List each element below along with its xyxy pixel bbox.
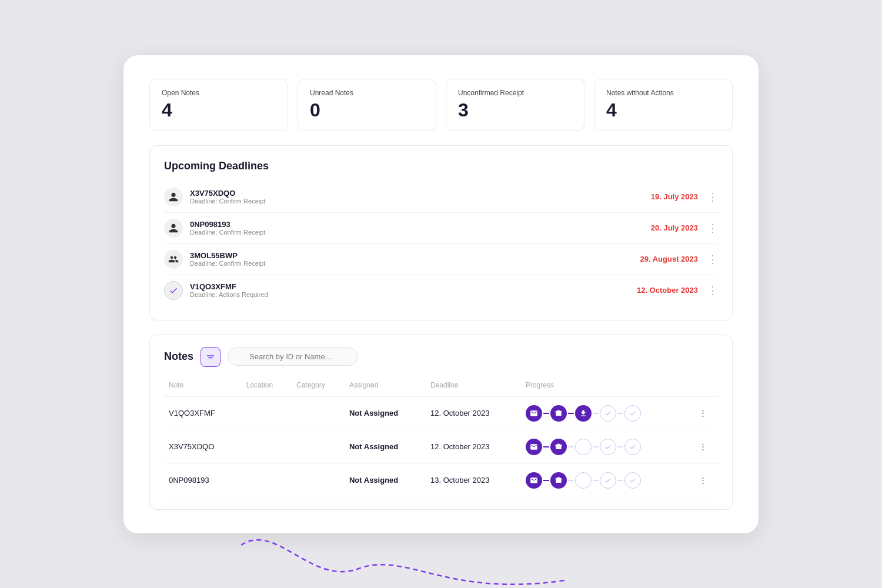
stat-no-actions-value: 4: [606, 99, 720, 121]
step-line: [593, 480, 599, 481]
stat-unread-notes-value: 0: [310, 99, 424, 121]
note-category: [292, 430, 345, 463]
notes-table: Note Location Category Assigned Deadline…: [164, 376, 718, 497]
note-id: X3V75XDQO: [164, 430, 242, 463]
step-4: [624, 472, 641, 489]
step-line: [568, 480, 574, 481]
deadline-id: 3MOL55BWP: [190, 251, 640, 260]
stat-unread-notes: Unread Notes 0: [298, 79, 436, 131]
col-progress: Progress: [521, 376, 694, 397]
stats-row: Open Notes 4 Unread Notes 0 Unconfirmed …: [149, 79, 733, 131]
col-deadline: Deadline: [426, 376, 521, 397]
stat-unconfirmed-value: 3: [458, 99, 572, 121]
step-3: [600, 405, 616, 422]
deadline-sub: Deadline: Confirm Receipt: [190, 229, 651, 236]
stat-unconfirmed-receipt: Unconfirmed Receipt 3: [446, 79, 584, 131]
step-line: [543, 413, 549, 414]
deadline-info: 3MOL55BWP Deadline: Confirm Receipt: [190, 251, 640, 267]
deadline-info: V1QO3XFMF Deadline: Actions Required: [190, 282, 637, 298]
step-line: [568, 446, 574, 447]
col-note: Note: [164, 376, 242, 397]
deadline-info: X3V75XDQO Deadline: Confirm Receipt: [190, 189, 651, 205]
deadline-more-menu[interactable]: ⋮: [707, 284, 718, 297]
filter-button[interactable]: [201, 347, 220, 367]
deadline-sub: Deadline: Actions Required: [190, 291, 637, 298]
deadline-row: V1QO3XFMF Deadline: Actions Required 12.…: [164, 275, 718, 306]
person-stack-icon: [164, 250, 183, 269]
check-icon: [164, 281, 183, 300]
deadline-row: 3MOL55BWP Deadline: Confirm Receipt 29. …: [164, 244, 718, 275]
note-more[interactable]: ⋮: [694, 396, 718, 430]
notes-card: Notes 🔍 Note Location Category Assigned …: [149, 335, 733, 510]
stat-open-notes-label: Open Notes: [162, 89, 276, 97]
note-progress: [521, 396, 694, 430]
deadline-id: V1QO3XFMF: [190, 282, 637, 291]
step-1: [550, 439, 567, 455]
deadlines-card: Upcoming Deadlines X3V75XDQO Deadline: C…: [149, 145, 733, 320]
deadline-row: 0NP098193 Deadline: Confirm Receipt 20. …: [164, 213, 718, 244]
deadlines-title: Upcoming Deadlines: [164, 160, 718, 172]
table-row: 0NP098193 Not Assigned 13. October 2023: [164, 463, 718, 497]
deadline-sub: Deadline: Confirm Receipt: [190, 198, 651, 205]
step-line: [593, 413, 599, 414]
step-line: [543, 446, 549, 447]
stat-unread-notes-label: Unread Notes: [310, 89, 424, 97]
note-id: 0NP098193: [164, 463, 242, 497]
col-assigned: Assigned: [345, 376, 426, 397]
deadline-id: 0NP098193: [190, 220, 651, 229]
stat-no-actions-label: Notes without Actions: [606, 89, 720, 97]
col-location: Location: [242, 376, 292, 397]
step-1: [550, 405, 567, 422]
stat-open-notes-value: 4: [162, 99, 276, 121]
note-location: [242, 463, 292, 497]
step-line: [617, 446, 623, 447]
deadline-id: X3V75XDQO: [190, 189, 651, 198]
note-category: [292, 396, 345, 430]
table-row: V1QO3XFMF Not Assigned 12. October 2023: [164, 396, 718, 430]
step-0: [526, 472, 542, 489]
note-deadline: 13. October 2023: [426, 463, 521, 497]
col-actions: [694, 376, 718, 397]
step-3: [600, 439, 616, 455]
note-id: V1QO3XFMF: [164, 396, 242, 430]
deadline-date: 12. October 2023: [637, 286, 698, 295]
step-line: [543, 480, 549, 481]
note-deadline: 12. October 2023: [426, 430, 521, 463]
note-more[interactable]: ⋮: [694, 463, 718, 497]
deadline-sub: Deadline: Confirm Receipt: [190, 260, 640, 267]
step-2: [575, 405, 592, 422]
stat-open-notes: Open Notes 4: [149, 79, 288, 131]
note-more[interactable]: ⋮: [694, 430, 718, 463]
deadline-date: 29. August 2023: [640, 255, 698, 263]
step-2: [575, 439, 592, 455]
step-0: [526, 405, 542, 422]
note-progress: [521, 430, 694, 463]
dashed-curve-decoration: [241, 510, 564, 589]
person-icon: [164, 219, 183, 238]
notes-header: Notes 🔍: [164, 347, 718, 367]
step-1: [550, 472, 567, 489]
stat-notes-without-actions: Notes without Actions 4: [594, 79, 733, 131]
step-4: [624, 439, 641, 455]
step-line: [617, 413, 623, 414]
deadline-more-menu[interactable]: ⋮: [707, 222, 718, 235]
deadline-more-menu[interactable]: ⋮: [707, 253, 718, 266]
deadline-info: 0NP098193 Deadline: Confirm Receipt: [190, 220, 651, 236]
step-2: [575, 472, 592, 489]
deadline-date: 20. July 2023: [651, 223, 698, 232]
note-category: [292, 463, 345, 497]
note-location: [242, 396, 292, 430]
step-line: [617, 480, 623, 481]
note-assigned: Not Assigned: [345, 396, 426, 430]
search-input[interactable]: [228, 348, 358, 366]
table-row: X3V75XDQO Not Assigned 12. October 2023: [164, 430, 718, 463]
step-line: [568, 413, 574, 414]
step-4: [624, 405, 641, 422]
note-assigned: Not Assigned: [345, 430, 426, 463]
deadline-more-menu[interactable]: ⋮: [707, 191, 718, 203]
col-category: Category: [292, 376, 345, 397]
step-0: [526, 439, 542, 455]
main-card: Open Notes 4 Unread Notes 0 Unconfirmed …: [123, 55, 759, 533]
note-location: [242, 430, 292, 463]
step-line: [593, 446, 599, 447]
